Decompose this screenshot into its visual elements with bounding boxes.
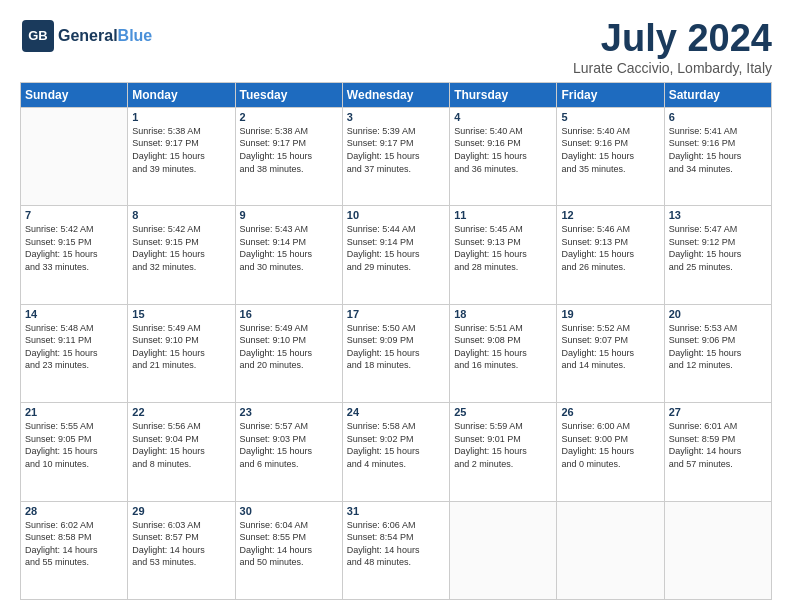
day-number: 6 bbox=[669, 111, 767, 123]
col-wednesday: Wednesday bbox=[342, 82, 449, 107]
day-cell: 8Sunrise: 5:42 AM Sunset: 9:15 PM Daylig… bbox=[128, 206, 235, 304]
day-info: Sunrise: 6:03 AM Sunset: 8:57 PM Dayligh… bbox=[132, 519, 230, 569]
day-cell: 15Sunrise: 5:49 AM Sunset: 9:10 PM Dayli… bbox=[128, 304, 235, 402]
week-row-5: 28Sunrise: 6:02 AM Sunset: 8:58 PM Dayli… bbox=[21, 501, 772, 599]
page: GB GeneralBlue July 2024 Lurate Caccivio… bbox=[0, 0, 792, 612]
day-info: Sunrise: 6:02 AM Sunset: 8:58 PM Dayligh… bbox=[25, 519, 123, 569]
day-cell: 24Sunrise: 5:58 AM Sunset: 9:02 PM Dayli… bbox=[342, 403, 449, 501]
day-info: Sunrise: 5:44 AM Sunset: 9:14 PM Dayligh… bbox=[347, 223, 445, 273]
day-cell: 2Sunrise: 5:38 AM Sunset: 9:17 PM Daylig… bbox=[235, 107, 342, 205]
day-cell: 29Sunrise: 6:03 AM Sunset: 8:57 PM Dayli… bbox=[128, 501, 235, 599]
col-sunday: Sunday bbox=[21, 82, 128, 107]
day-cell: 5Sunrise: 5:40 AM Sunset: 9:16 PM Daylig… bbox=[557, 107, 664, 205]
day-cell bbox=[450, 501, 557, 599]
day-cell: 4Sunrise: 5:40 AM Sunset: 9:16 PM Daylig… bbox=[450, 107, 557, 205]
day-cell: 20Sunrise: 5:53 AM Sunset: 9:06 PM Dayli… bbox=[664, 304, 771, 402]
day-number: 24 bbox=[347, 406, 445, 418]
day-cell: 31Sunrise: 6:06 AM Sunset: 8:54 PM Dayli… bbox=[342, 501, 449, 599]
day-number: 31 bbox=[347, 505, 445, 517]
day-cell: 22Sunrise: 5:56 AM Sunset: 9:04 PM Dayli… bbox=[128, 403, 235, 501]
col-friday: Friday bbox=[557, 82, 664, 107]
day-cell: 21Sunrise: 5:55 AM Sunset: 9:05 PM Dayli… bbox=[21, 403, 128, 501]
header: GB GeneralBlue July 2024 Lurate Caccivio… bbox=[20, 18, 772, 76]
day-info: Sunrise: 6:06 AM Sunset: 8:54 PM Dayligh… bbox=[347, 519, 445, 569]
day-number: 21 bbox=[25, 406, 123, 418]
day-info: Sunrise: 5:41 AM Sunset: 9:16 PM Dayligh… bbox=[669, 125, 767, 175]
day-info: Sunrise: 5:48 AM Sunset: 9:11 PM Dayligh… bbox=[25, 322, 123, 372]
col-saturday: Saturday bbox=[664, 82, 771, 107]
day-info: Sunrise: 5:39 AM Sunset: 9:17 PM Dayligh… bbox=[347, 125, 445, 175]
day-number: 19 bbox=[561, 308, 659, 320]
day-info: Sunrise: 5:53 AM Sunset: 9:06 PM Dayligh… bbox=[669, 322, 767, 372]
day-number: 26 bbox=[561, 406, 659, 418]
day-number: 22 bbox=[132, 406, 230, 418]
logo-blue: Blue bbox=[118, 27, 153, 44]
day-cell: 17Sunrise: 5:50 AM Sunset: 9:09 PM Dayli… bbox=[342, 304, 449, 402]
main-title: July 2024 bbox=[573, 18, 772, 60]
day-number: 25 bbox=[454, 406, 552, 418]
day-info: Sunrise: 5:58 AM Sunset: 9:02 PM Dayligh… bbox=[347, 420, 445, 470]
day-info: Sunrise: 5:50 AM Sunset: 9:09 PM Dayligh… bbox=[347, 322, 445, 372]
day-info: Sunrise: 5:49 AM Sunset: 9:10 PM Dayligh… bbox=[132, 322, 230, 372]
day-info: Sunrise: 5:49 AM Sunset: 9:10 PM Dayligh… bbox=[240, 322, 338, 372]
day-info: Sunrise: 5:57 AM Sunset: 9:03 PM Dayligh… bbox=[240, 420, 338, 470]
day-cell: 11Sunrise: 5:45 AM Sunset: 9:13 PM Dayli… bbox=[450, 206, 557, 304]
day-number: 12 bbox=[561, 209, 659, 221]
day-number: 7 bbox=[25, 209, 123, 221]
day-info: Sunrise: 5:42 AM Sunset: 9:15 PM Dayligh… bbox=[132, 223, 230, 273]
day-cell: 30Sunrise: 6:04 AM Sunset: 8:55 PM Dayli… bbox=[235, 501, 342, 599]
col-thursday: Thursday bbox=[450, 82, 557, 107]
day-cell: 13Sunrise: 5:47 AM Sunset: 9:12 PM Dayli… bbox=[664, 206, 771, 304]
day-info: Sunrise: 5:38 AM Sunset: 9:17 PM Dayligh… bbox=[240, 125, 338, 175]
col-tuesday: Tuesday bbox=[235, 82, 342, 107]
col-monday: Monday bbox=[128, 82, 235, 107]
day-number: 14 bbox=[25, 308, 123, 320]
day-info: Sunrise: 5:43 AM Sunset: 9:14 PM Dayligh… bbox=[240, 223, 338, 273]
week-row-2: 7Sunrise: 5:42 AM Sunset: 9:15 PM Daylig… bbox=[21, 206, 772, 304]
day-info: Sunrise: 5:51 AM Sunset: 9:08 PM Dayligh… bbox=[454, 322, 552, 372]
title-block: July 2024 Lurate Caccivio, Lombardy, Ita… bbox=[573, 18, 772, 76]
day-number: 16 bbox=[240, 308, 338, 320]
subtitle: Lurate Caccivio, Lombardy, Italy bbox=[573, 60, 772, 76]
calendar-table: Sunday Monday Tuesday Wednesday Thursday… bbox=[20, 82, 772, 600]
logo: GB GeneralBlue bbox=[20, 18, 152, 54]
day-cell: 6Sunrise: 5:41 AM Sunset: 9:16 PM Daylig… bbox=[664, 107, 771, 205]
day-cell: 3Sunrise: 5:39 AM Sunset: 9:17 PM Daylig… bbox=[342, 107, 449, 205]
day-cell: 23Sunrise: 5:57 AM Sunset: 9:03 PM Dayli… bbox=[235, 403, 342, 501]
day-number: 1 bbox=[132, 111, 230, 123]
day-cell: 9Sunrise: 5:43 AM Sunset: 9:14 PM Daylig… bbox=[235, 206, 342, 304]
header-row: Sunday Monday Tuesday Wednesday Thursday… bbox=[21, 82, 772, 107]
day-number: 10 bbox=[347, 209, 445, 221]
day-number: 29 bbox=[132, 505, 230, 517]
day-info: Sunrise: 5:46 AM Sunset: 9:13 PM Dayligh… bbox=[561, 223, 659, 273]
day-number: 27 bbox=[669, 406, 767, 418]
day-info: Sunrise: 6:04 AM Sunset: 8:55 PM Dayligh… bbox=[240, 519, 338, 569]
day-number: 4 bbox=[454, 111, 552, 123]
day-cell: 28Sunrise: 6:02 AM Sunset: 8:58 PM Dayli… bbox=[21, 501, 128, 599]
day-cell: 26Sunrise: 6:00 AM Sunset: 9:00 PM Dayli… bbox=[557, 403, 664, 501]
day-cell: 16Sunrise: 5:49 AM Sunset: 9:10 PM Dayli… bbox=[235, 304, 342, 402]
day-number: 8 bbox=[132, 209, 230, 221]
day-cell: 27Sunrise: 6:01 AM Sunset: 8:59 PM Dayli… bbox=[664, 403, 771, 501]
day-number: 3 bbox=[347, 111, 445, 123]
day-info: Sunrise: 5:42 AM Sunset: 9:15 PM Dayligh… bbox=[25, 223, 123, 273]
day-cell: 7Sunrise: 5:42 AM Sunset: 9:15 PM Daylig… bbox=[21, 206, 128, 304]
day-cell: 25Sunrise: 5:59 AM Sunset: 9:01 PM Dayli… bbox=[450, 403, 557, 501]
day-number: 20 bbox=[669, 308, 767, 320]
day-info: Sunrise: 5:38 AM Sunset: 9:17 PM Dayligh… bbox=[132, 125, 230, 175]
day-info: Sunrise: 5:45 AM Sunset: 9:13 PM Dayligh… bbox=[454, 223, 552, 273]
day-number: 2 bbox=[240, 111, 338, 123]
day-cell bbox=[557, 501, 664, 599]
logo-general: General bbox=[58, 27, 118, 44]
day-info: Sunrise: 5:40 AM Sunset: 9:16 PM Dayligh… bbox=[454, 125, 552, 175]
day-cell: 19Sunrise: 5:52 AM Sunset: 9:07 PM Dayli… bbox=[557, 304, 664, 402]
day-cell: 1Sunrise: 5:38 AM Sunset: 9:17 PM Daylig… bbox=[128, 107, 235, 205]
day-number: 13 bbox=[669, 209, 767, 221]
day-info: Sunrise: 5:52 AM Sunset: 9:07 PM Dayligh… bbox=[561, 322, 659, 372]
day-info: Sunrise: 5:47 AM Sunset: 9:12 PM Dayligh… bbox=[669, 223, 767, 273]
week-row-4: 21Sunrise: 5:55 AM Sunset: 9:05 PM Dayli… bbox=[21, 403, 772, 501]
day-cell: 18Sunrise: 5:51 AM Sunset: 9:08 PM Dayli… bbox=[450, 304, 557, 402]
day-info: Sunrise: 5:56 AM Sunset: 9:04 PM Dayligh… bbox=[132, 420, 230, 470]
day-number: 30 bbox=[240, 505, 338, 517]
day-cell bbox=[21, 107, 128, 205]
